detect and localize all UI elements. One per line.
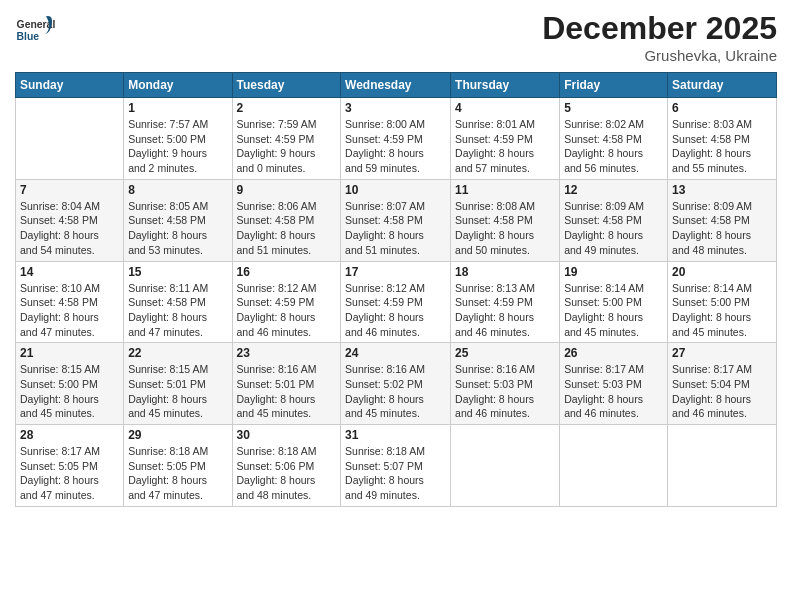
month-title: December 2025 — [542, 10, 777, 47]
day-number: 31 — [345, 428, 446, 442]
day-info: Sunrise: 8:16 AM Sunset: 5:01 PM Dayligh… — [237, 362, 337, 421]
day-info: Sunrise: 8:06 AM Sunset: 4:58 PM Dayligh… — [237, 199, 337, 258]
day-number: 5 — [564, 101, 663, 115]
table-row: 11Sunrise: 8:08 AM Sunset: 4:58 PM Dayli… — [451, 179, 560, 261]
header-thursday: Thursday — [451, 73, 560, 98]
day-info: Sunrise: 8:17 AM Sunset: 5:03 PM Dayligh… — [564, 362, 663, 421]
table-row: 2Sunrise: 7:59 AM Sunset: 4:59 PM Daylig… — [232, 98, 341, 180]
day-number: 25 — [455, 346, 555, 360]
day-number: 7 — [20, 183, 119, 197]
table-row: 31Sunrise: 8:18 AM Sunset: 5:07 PM Dayli… — [341, 425, 451, 507]
title-block: December 2025 Grushevka, Ukraine — [542, 10, 777, 64]
header-wednesday: Wednesday — [341, 73, 451, 98]
table-row — [560, 425, 668, 507]
table-row: 21Sunrise: 8:15 AM Sunset: 5:00 PM Dayli… — [16, 343, 124, 425]
day-number: 11 — [455, 183, 555, 197]
logo-icon: General Blue — [15, 10, 55, 50]
header-friday: Friday — [560, 73, 668, 98]
day-number: 3 — [345, 101, 446, 115]
table-row: 23Sunrise: 8:16 AM Sunset: 5:01 PM Dayli… — [232, 343, 341, 425]
day-info: Sunrise: 8:04 AM Sunset: 4:58 PM Dayligh… — [20, 199, 119, 258]
day-info: Sunrise: 8:01 AM Sunset: 4:59 PM Dayligh… — [455, 117, 555, 176]
header-tuesday: Tuesday — [232, 73, 341, 98]
day-number: 28 — [20, 428, 119, 442]
day-number: 13 — [672, 183, 772, 197]
day-number: 12 — [564, 183, 663, 197]
table-row: 24Sunrise: 8:16 AM Sunset: 5:02 PM Dayli… — [341, 343, 451, 425]
day-number: 8 — [128, 183, 227, 197]
day-number: 16 — [237, 265, 337, 279]
table-row: 14Sunrise: 8:10 AM Sunset: 4:58 PM Dayli… — [16, 261, 124, 343]
table-row: 15Sunrise: 8:11 AM Sunset: 4:58 PM Dayli… — [124, 261, 232, 343]
table-row: 9Sunrise: 8:06 AM Sunset: 4:58 PM Daylig… — [232, 179, 341, 261]
table-row: 17Sunrise: 8:12 AM Sunset: 4:59 PM Dayli… — [341, 261, 451, 343]
day-info: Sunrise: 8:08 AM Sunset: 4:58 PM Dayligh… — [455, 199, 555, 258]
day-number: 23 — [237, 346, 337, 360]
table-row: 22Sunrise: 8:15 AM Sunset: 5:01 PM Dayli… — [124, 343, 232, 425]
day-number: 19 — [564, 265, 663, 279]
page: General Blue December 2025 Grushevka, Uk… — [0, 0, 792, 612]
table-row: 1Sunrise: 7:57 AM Sunset: 5:00 PM Daylig… — [124, 98, 232, 180]
day-number: 24 — [345, 346, 446, 360]
day-info: Sunrise: 8:17 AM Sunset: 5:04 PM Dayligh… — [672, 362, 772, 421]
day-info: Sunrise: 8:12 AM Sunset: 4:59 PM Dayligh… — [345, 281, 446, 340]
day-info: Sunrise: 8:07 AM Sunset: 4:58 PM Dayligh… — [345, 199, 446, 258]
day-number: 6 — [672, 101, 772, 115]
table-row: 18Sunrise: 8:13 AM Sunset: 4:59 PM Dayli… — [451, 261, 560, 343]
day-info: Sunrise: 8:09 AM Sunset: 4:58 PM Dayligh… — [564, 199, 663, 258]
calendar-week-row: 28Sunrise: 8:17 AM Sunset: 5:05 PM Dayli… — [16, 425, 777, 507]
table-row: 7Sunrise: 8:04 AM Sunset: 4:58 PM Daylig… — [16, 179, 124, 261]
calendar-week-row: 7Sunrise: 8:04 AM Sunset: 4:58 PM Daylig… — [16, 179, 777, 261]
table-row: 13Sunrise: 8:09 AM Sunset: 4:58 PM Dayli… — [668, 179, 777, 261]
table-row: 5Sunrise: 8:02 AM Sunset: 4:58 PM Daylig… — [560, 98, 668, 180]
table-row: 3Sunrise: 8:00 AM Sunset: 4:59 PM Daylig… — [341, 98, 451, 180]
table-row: 28Sunrise: 8:17 AM Sunset: 5:05 PM Dayli… — [16, 425, 124, 507]
table-row: 26Sunrise: 8:17 AM Sunset: 5:03 PM Dayli… — [560, 343, 668, 425]
day-number: 14 — [20, 265, 119, 279]
day-number: 15 — [128, 265, 227, 279]
day-info: Sunrise: 8:18 AM Sunset: 5:05 PM Dayligh… — [128, 444, 227, 503]
table-row: 6Sunrise: 8:03 AM Sunset: 4:58 PM Daylig… — [668, 98, 777, 180]
table-row — [451, 425, 560, 507]
calendar-table: Sunday Monday Tuesday Wednesday Thursday… — [15, 72, 777, 507]
table-row — [668, 425, 777, 507]
day-number: 21 — [20, 346, 119, 360]
day-info: Sunrise: 8:17 AM Sunset: 5:05 PM Dayligh… — [20, 444, 119, 503]
day-info: Sunrise: 8:03 AM Sunset: 4:58 PM Dayligh… — [672, 117, 772, 176]
day-number: 22 — [128, 346, 227, 360]
day-number: 26 — [564, 346, 663, 360]
day-number: 9 — [237, 183, 337, 197]
table-row: 19Sunrise: 8:14 AM Sunset: 5:00 PM Dayli… — [560, 261, 668, 343]
day-info: Sunrise: 8:05 AM Sunset: 4:58 PM Dayligh… — [128, 199, 227, 258]
location: Grushevka, Ukraine — [542, 47, 777, 64]
day-info: Sunrise: 8:16 AM Sunset: 5:03 PM Dayligh… — [455, 362, 555, 421]
table-row: 25Sunrise: 8:16 AM Sunset: 5:03 PM Dayli… — [451, 343, 560, 425]
table-row: 30Sunrise: 8:18 AM Sunset: 5:06 PM Dayli… — [232, 425, 341, 507]
day-info: Sunrise: 7:57 AM Sunset: 5:00 PM Dayligh… — [128, 117, 227, 176]
table-row: 16Sunrise: 8:12 AM Sunset: 4:59 PM Dayli… — [232, 261, 341, 343]
table-row: 20Sunrise: 8:14 AM Sunset: 5:00 PM Dayli… — [668, 261, 777, 343]
header: General Blue December 2025 Grushevka, Uk… — [15, 10, 777, 64]
day-number: 1 — [128, 101, 227, 115]
table-row: 8Sunrise: 8:05 AM Sunset: 4:58 PM Daylig… — [124, 179, 232, 261]
day-number: 17 — [345, 265, 446, 279]
day-info: Sunrise: 8:12 AM Sunset: 4:59 PM Dayligh… — [237, 281, 337, 340]
day-info: Sunrise: 8:10 AM Sunset: 4:58 PM Dayligh… — [20, 281, 119, 340]
table-row: 27Sunrise: 8:17 AM Sunset: 5:04 PM Dayli… — [668, 343, 777, 425]
table-row — [16, 98, 124, 180]
svg-text:Blue: Blue — [17, 31, 40, 42]
table-row: 12Sunrise: 8:09 AM Sunset: 4:58 PM Dayli… — [560, 179, 668, 261]
day-info: Sunrise: 8:16 AM Sunset: 5:02 PM Dayligh… — [345, 362, 446, 421]
day-number: 18 — [455, 265, 555, 279]
day-number: 4 — [455, 101, 555, 115]
calendar-week-row: 14Sunrise: 8:10 AM Sunset: 4:58 PM Dayli… — [16, 261, 777, 343]
day-info: Sunrise: 7:59 AM Sunset: 4:59 PM Dayligh… — [237, 117, 337, 176]
calendar-week-row: 1Sunrise: 7:57 AM Sunset: 5:00 PM Daylig… — [16, 98, 777, 180]
table-row: 4Sunrise: 8:01 AM Sunset: 4:59 PM Daylig… — [451, 98, 560, 180]
day-info: Sunrise: 8:02 AM Sunset: 4:58 PM Dayligh… — [564, 117, 663, 176]
table-row: 29Sunrise: 8:18 AM Sunset: 5:05 PM Dayli… — [124, 425, 232, 507]
day-info: Sunrise: 8:15 AM Sunset: 5:00 PM Dayligh… — [20, 362, 119, 421]
logo: General Blue — [15, 10, 59, 50]
day-number: 30 — [237, 428, 337, 442]
day-info: Sunrise: 8:11 AM Sunset: 4:58 PM Dayligh… — [128, 281, 227, 340]
